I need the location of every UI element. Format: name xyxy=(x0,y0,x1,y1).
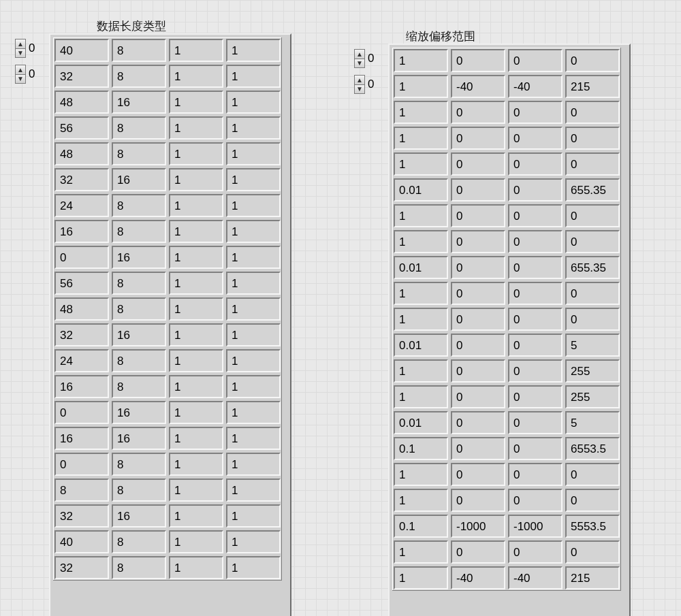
array-cell[interactable]: 16 xyxy=(112,168,166,191)
array-cell[interactable]: 1 xyxy=(226,556,281,579)
array-cell[interactable]: 0 xyxy=(451,282,505,305)
array-cell[interactable]: 0 xyxy=(508,334,563,357)
array-cell[interactable]: 0 xyxy=(508,359,563,383)
array-cell[interactable]: 0 xyxy=(565,127,620,150)
left-index-row-value[interactable]: 0 xyxy=(29,42,41,55)
array-cell[interactable]: 1 xyxy=(394,49,448,72)
array-cell[interactable]: 1 xyxy=(169,427,223,450)
array-cell[interactable]: 48 xyxy=(54,142,109,165)
array-cell[interactable]: 6553.5 xyxy=(565,437,620,460)
array-cell[interactable]: 40 xyxy=(54,39,109,62)
array-cell[interactable]: 1 xyxy=(394,359,448,383)
right-index-row-up[interactable]: ▲ xyxy=(354,49,365,59)
array-cell[interactable]: 0.1 xyxy=(394,437,448,460)
array-cell[interactable]: 0 xyxy=(508,308,563,331)
array-cell[interactable]: 1 xyxy=(169,530,223,553)
array-cell[interactable]: 8 xyxy=(112,65,166,88)
array-cell[interactable]: 215 xyxy=(565,566,620,589)
array-cell[interactable]: 0 xyxy=(565,49,620,72)
array-cell[interactable]: 1 xyxy=(169,453,223,476)
array-cell[interactable]: 1 xyxy=(394,282,448,305)
array-cell[interactable]: 0 xyxy=(451,49,505,72)
array-cell[interactable]: 215 xyxy=(565,75,620,98)
array-cell[interactable]: 0 xyxy=(508,127,563,150)
array-cell[interactable]: 0 xyxy=(451,411,505,434)
array-cell[interactable]: 1 xyxy=(226,194,281,217)
array-cell[interactable]: 1 xyxy=(169,375,223,398)
array-cell[interactable]: -40 xyxy=(508,566,563,589)
left-index-col-up[interactable]: ▲ xyxy=(15,65,26,74)
array-cell[interactable]: 0 xyxy=(508,178,563,201)
array-cell[interactable]: 0 xyxy=(508,256,563,279)
array-cell[interactable]: 16 xyxy=(54,427,109,450)
array-cell[interactable]: 1 xyxy=(169,39,223,62)
array-cell[interactable]: 1 xyxy=(226,323,281,346)
array-cell[interactable]: 1 xyxy=(226,453,281,476)
array-cell[interactable]: 1 xyxy=(169,401,223,424)
array-cell[interactable]: 0 xyxy=(565,540,620,564)
array-cell[interactable]: 24 xyxy=(54,194,109,217)
array-cell[interactable]: 0 xyxy=(508,463,563,486)
array-cell[interactable]: 0 xyxy=(565,101,620,124)
array-cell[interactable]: 655.35 xyxy=(565,256,620,279)
array-cell[interactable]: 1 xyxy=(226,65,281,88)
array-cell[interactable]: 32 xyxy=(54,556,109,579)
array-cell[interactable]: 0.01 xyxy=(394,411,448,434)
array-cell[interactable]: 32 xyxy=(54,65,109,88)
array-cell[interactable]: 1 xyxy=(394,463,448,486)
right-index-row-value[interactable]: 0 xyxy=(368,52,380,65)
array-cell[interactable]: 0 xyxy=(508,204,563,227)
array-cell[interactable]: 0 xyxy=(508,385,563,408)
array-cell[interactable]: 1 xyxy=(394,385,448,408)
array-cell[interactable]: 1 xyxy=(226,427,281,450)
left-index-col-value[interactable]: 0 xyxy=(29,67,41,81)
array-cell[interactable]: 1 xyxy=(169,323,223,346)
array-cell[interactable]: 8 xyxy=(112,479,166,502)
left-index-row-down[interactable]: ▼ xyxy=(15,48,26,58)
array-cell[interactable]: 1 xyxy=(169,349,223,372)
array-cell[interactable]: 0 xyxy=(451,463,505,486)
array-cell[interactable]: 16 xyxy=(112,401,166,424)
array-cell[interactable]: 16 xyxy=(112,504,166,528)
array-cell[interactable]: 1 xyxy=(169,297,223,321)
array-cell[interactable]: 0 xyxy=(565,308,620,331)
array-cell[interactable]: 0 xyxy=(508,230,563,253)
array-cell[interactable]: 0 xyxy=(451,359,505,383)
array-cell[interactable]: 1 xyxy=(226,91,281,114)
array-cell[interactable]: 0 xyxy=(451,334,505,357)
array-cell[interactable]: 32 xyxy=(54,504,109,528)
array-cell[interactable]: 0 xyxy=(451,437,505,460)
array-cell[interactable]: 1 xyxy=(226,375,281,398)
array-cell[interactable]: 0.01 xyxy=(394,334,448,357)
array-cell[interactable]: 0 xyxy=(508,49,563,72)
array-cell[interactable]: 1 xyxy=(226,272,281,295)
array-cell[interactable]: 8 xyxy=(112,116,166,140)
right-index-row-down[interactable]: ▼ xyxy=(354,59,365,68)
left-index-row[interactable]: ▲ ▼ 0 xyxy=(15,39,41,58)
array-cell[interactable]: 0.01 xyxy=(394,178,448,201)
array-cell[interactable]: 1 xyxy=(226,246,281,269)
array-cell[interactable]: 56 xyxy=(54,116,109,140)
array-cell[interactable]: 5 xyxy=(565,334,620,357)
array-cell[interactable]: 0 xyxy=(451,152,505,176)
left-index-row-up[interactable]: ▲ xyxy=(15,39,26,48)
array-cell[interactable]: 32 xyxy=(54,168,109,191)
array-cell[interactable]: 1 xyxy=(226,504,281,528)
array-cell[interactable]: 16 xyxy=(54,220,109,243)
array-cell[interactable]: 1 xyxy=(226,530,281,553)
array-cell[interactable]: 0 xyxy=(508,152,563,176)
array-cell[interactable]: 56 xyxy=(54,272,109,295)
array-cell[interactable]: 1 xyxy=(169,91,223,114)
array-cell[interactable]: 24 xyxy=(54,349,109,372)
array-cell[interactable]: 0 xyxy=(565,282,620,305)
array-cell[interactable]: 0 xyxy=(451,540,505,564)
array-cell[interactable]: 0 xyxy=(54,401,109,424)
array-cell[interactable]: 40 xyxy=(54,530,109,553)
array-cell[interactable]: 1 xyxy=(226,168,281,191)
array-cell[interactable]: 1 xyxy=(169,272,223,295)
array-cell[interactable]: 8 xyxy=(112,194,166,217)
array-cell[interactable]: 8 xyxy=(112,453,166,476)
array-cell[interactable]: 8 xyxy=(54,479,109,502)
array-cell[interactable]: 0 xyxy=(565,204,620,227)
array-cell[interactable]: 5 xyxy=(565,411,620,434)
